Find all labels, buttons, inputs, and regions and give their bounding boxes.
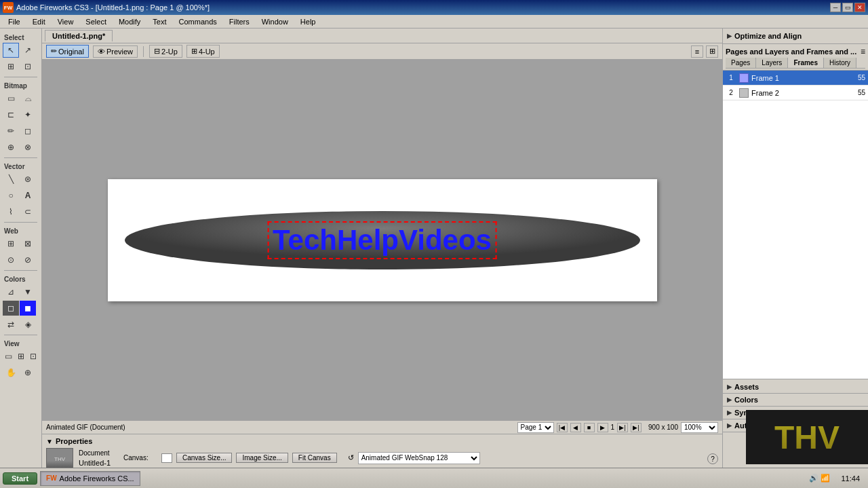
- pointer-tool[interactable]: ↖: [3, 43, 19, 58]
- original-view-button[interactable]: ✏ Original: [46, 45, 89, 58]
- assets-panel-header[interactable]: ▶ Assets: [723, 381, 868, 393]
- symbol-arrow-icon: ▶: [727, 409, 732, 416]
- magic-wand-tool[interactable]: ✦: [20, 107, 36, 122]
- doc-name: Untitled-1: [79, 459, 111, 467]
- show-slices-tool[interactable]: ⊙: [3, 252, 19, 267]
- frame-number-2: 2: [726, 89, 736, 96]
- text-tool[interactable]: A: [20, 188, 36, 203]
- view-toolbar: ✏ Original 👁 Preview ⊟ 2-Up ⊞ 4-Up ≡ ⊞: [42, 43, 722, 60]
- swap-colors-button[interactable]: ⇄: [3, 317, 19, 332]
- document-tab[interactable]: Untitled-1.png*: [45, 30, 113, 41]
- menu-help[interactable]: Help: [295, 16, 321, 27]
- tab-history[interactable]: History: [824, 58, 856, 68]
- menu-bar: File Edit View Select Modify Text Comman…: [0, 15, 868, 29]
- frame-row-2[interactable]: 2 Frame 2 55: [723, 86, 868, 100]
- status-right: 900 x 100 100%: [648, 422, 718, 433]
- canvas-color-swatch[interactable]: [161, 453, 172, 463]
- subselect-tool[interactable]: ↗: [20, 43, 36, 58]
- stamp-tool[interactable]: ⊕: [3, 140, 19, 155]
- lasso-tool[interactable]: ⌓: [20, 91, 36, 106]
- zoom-selector[interactable]: 100%: [681, 422, 718, 433]
- restore-button[interactable]: ▭: [842, 3, 853, 12]
- menu-modify[interactable]: Modify: [113, 16, 146, 27]
- canvas-size-button[interactable]: Canvas Size...: [176, 453, 232, 463]
- title-bar-controls[interactable]: ─ ▭ ✕: [830, 3, 865, 12]
- image-size-button[interactable]: Image Size...: [236, 453, 288, 463]
- stroke-color-swatch[interactable]: ◻: [3, 301, 19, 316]
- smudge-tool[interactable]: ⊗: [20, 140, 36, 155]
- view-options-button[interactable]: ≡: [691, 45, 703, 58]
- two-up-view-button[interactable]: ⊟ 2-Up: [149, 45, 182, 58]
- taskbar-fireworks-item[interactable]: FW Adobe Fireworks CS...: [40, 471, 140, 486]
- crop-tool[interactable]: ⊏: [3, 107, 19, 122]
- four-up-view-button[interactable]: ⊞ 4-Up: [186, 45, 220, 58]
- menu-edit[interactable]: Edit: [27, 16, 51, 27]
- last-frame-button[interactable]: ▶|: [631, 423, 642, 432]
- zoom-tool[interactable]: ⊕: [20, 365, 36, 380]
- tab-pages[interactable]: Pages: [726, 58, 756, 68]
- brush-tool[interactable]: ✏: [3, 124, 19, 138]
- frames-panel-title-bar: Pages and Layers and Frames and ... ≡: [726, 45, 865, 58]
- default-colors-button[interactable]: ◈: [20, 317, 36, 332]
- pen-tool[interactable]: ⊛: [20, 172, 36, 187]
- fill-color-swatch[interactable]: ◼: [20, 301, 36, 316]
- full-screen-tool[interactable]: ⊡: [27, 349, 39, 364]
- canvas-viewport[interactable]: TechHelpVideos: [42, 60, 722, 420]
- canvas-text-element[interactable]: TechHelpVideos: [270, 224, 494, 257]
- props-doc-row: Document: [79, 449, 113, 457]
- right-panel: ▶ Optimize and Align Pages and Layers an…: [722, 29, 868, 488]
- close-button[interactable]: ✕: [854, 3, 865, 12]
- hotspot-tool[interactable]: ⊞: [3, 236, 19, 251]
- next-frame-button[interactable]: ▶|: [617, 423, 628, 432]
- taskbar-fw-icon: FW: [46, 474, 57, 482]
- preview-view-button[interactable]: 👁 Preview: [93, 45, 138, 58]
- gif-format-selector[interactable]: Animated GIF WebSnap 128: [358, 452, 480, 464]
- standard-screen-tool[interactable]: ▭: [3, 349, 14, 364]
- page-selector[interactable]: Page 1: [517, 422, 554, 433]
- play-button[interactable]: ▶: [597, 423, 608, 432]
- info-button[interactable]: ?: [707, 453, 718, 464]
- frames-panel-title: Pages and Layers and Frames and ...: [726, 48, 856, 56]
- tab-layers[interactable]: Layers: [756, 58, 788, 68]
- marquee-tool[interactable]: ▭: [3, 91, 19, 106]
- paint-bucket-tool[interactable]: ▼: [20, 284, 36, 299]
- hide-slices-tool[interactable]: ⊘: [20, 252, 36, 267]
- eraser-tool[interactable]: ◻: [20, 124, 36, 138]
- panel-menu-icon[interactable]: ≡: [861, 47, 865, 56]
- reshape-tool[interactable]: ⊂: [20, 204, 36, 219]
- freeform-tool[interactable]: ⌇: [3, 204, 19, 219]
- skew-tool[interactable]: ⊡: [20, 59, 36, 74]
- bitmap-row-1: ▭ ⌓: [1, 90, 40, 107]
- info-btn-wrapper: ?: [707, 453, 718, 464]
- first-frame-button[interactable]: |◀: [557, 423, 568, 432]
- optimize-panel-header[interactable]: ▶ Optimize and Align: [727, 31, 864, 41]
- properties-toggle[interactable]: ▼: [46, 438, 53, 445]
- hand-tool[interactable]: ✋: [3, 365, 19, 380]
- optimize-arrow-icon: ▶: [727, 33, 732, 39]
- shape-tool[interactable]: ○: [3, 188, 19, 203]
- transform-tool[interactable]: ⊞: [3, 59, 19, 74]
- menu-file[interactable]: File: [3, 16, 26, 27]
- props-main: Document Untitled-1: [79, 449, 113, 469]
- menu-commands[interactable]: Commands: [174, 16, 222, 27]
- menu-view[interactable]: View: [52, 16, 79, 27]
- menu-filters[interactable]: Filters: [224, 16, 255, 27]
- slice-tool[interactable]: ⊠: [20, 236, 36, 251]
- menu-select[interactable]: Select: [80, 16, 112, 27]
- colors-panel-header[interactable]: ▶ Colors: [723, 394, 868, 406]
- menu-window[interactable]: Window: [256, 16, 294, 27]
- title-bar: FW Adobe Fireworks CS3 - [Untitled-1.png…: [0, 0, 868, 15]
- eyedropper-tool[interactable]: ⊿: [3, 284, 19, 299]
- line-tool[interactable]: ╲: [3, 172, 19, 187]
- tab-frames[interactable]: Frames: [788, 58, 824, 68]
- minimize-button[interactable]: ─: [830, 3, 841, 12]
- menu-text[interactable]: Text: [147, 16, 172, 27]
- view-maximize-button[interactable]: ⊞: [706, 45, 718, 58]
- thv-watermark: THV: [746, 410, 868, 464]
- start-button[interactable]: Start: [3, 472, 37, 485]
- stop-button[interactable]: ■: [584, 423, 595, 432]
- full-screen-menu-tool[interactable]: ⊞: [15, 349, 26, 364]
- frame-row-1[interactable]: 1 Frame 1 55: [723, 71, 868, 86]
- prev-frame-button[interactable]: ◀: [570, 423, 581, 432]
- fit-canvas-button[interactable]: Fit Canvas: [292, 453, 337, 463]
